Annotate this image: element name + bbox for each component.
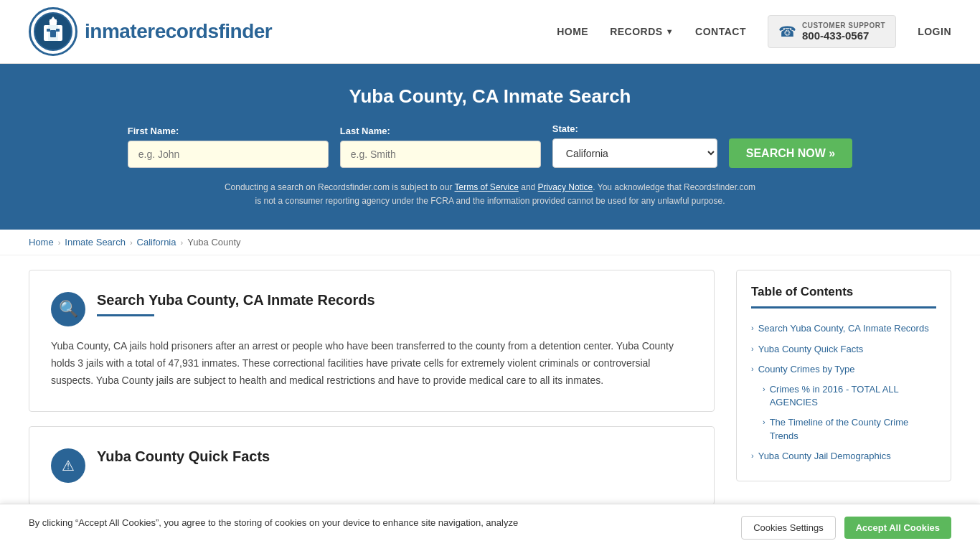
toc-link[interactable]: Crimes % in 2016 - TOTAL ALL AGENCIES — [770, 383, 936, 409]
search-button[interactable]: SEARCH NOW » — [729, 138, 852, 168]
card-title-area-1: Search Yuba County, CA Inmate Records — [97, 292, 692, 316]
last-name-label: Last Name: — [340, 126, 390, 136]
cookie-settings-button[interactable]: Cookies Settings — [741, 516, 836, 519]
cookie-text: By clicking “Accept All Cookies”, you ag… — [29, 516, 727, 519]
quick-facts-header: ⚠ Yuba County Quick Facts — [51, 448, 692, 483]
customer-support-box: ☎ CUSTOMER SUPPORT 800-433-0567 — [768, 15, 896, 48]
chevron-right-icon: › — [763, 418, 765, 426]
support-text: CUSTOMER SUPPORT 800-433-0567 — [802, 22, 885, 42]
chevron-right-icon: › — [751, 451, 754, 460]
content-area: 🔍 Search Yuba County, CA Inmate Records … — [29, 270, 736, 504]
svg-rect-7 — [47, 29, 50, 32]
hero-disclaimer: Conducting a search on Recordsfinder.com… — [221, 181, 759, 208]
nav-contact[interactable]: CONTACT — [695, 26, 746, 37]
svg-rect-6 — [50, 30, 56, 37]
state-label: State: — [552, 123, 578, 134]
logo-icon — [29, 7, 77, 56]
nav-home[interactable]: HOME — [557, 26, 588, 37]
breadcrumb-sep-2: › — [130, 238, 133, 247]
nav-records-label: RECORDS — [610, 26, 663, 37]
toc-item: ›Search Yuba County, CA Inmate Records — [751, 319, 936, 339]
tos-link[interactable]: Terms of Service — [455, 182, 519, 192]
first-name-input[interactable] — [128, 141, 329, 168]
sidebar: Table of Contents ›Search Yuba County, C… — [736, 270, 951, 504]
main-content: 🔍 Search Yuba County, CA Inmate Records … — [0, 255, 980, 519]
hero-title: Yuba County, CA Inmate Search — [29, 85, 951, 108]
breadcrumb-sep-1: › — [58, 238, 61, 247]
breadcrumb-yuba-county: Yuba County — [187, 237, 240, 248]
toc-link[interactable]: County Crimes by Type — [758, 363, 855, 376]
logo-plain: inmaterecords — [85, 20, 218, 42]
first-name-group: First Name: — [128, 126, 329, 168]
toc-item: ›Yuba County Quick Facts — [751, 339, 936, 359]
toc-item: ›Crimes % in 2016 - TOTAL ALL AGENCIES — [751, 380, 936, 413]
toc-link[interactable]: Yuba County Jail Demographics — [758, 450, 891, 463]
alert-icon: ⚠ — [51, 448, 85, 483]
qf-title: Yuba County Quick Facts — [97, 448, 270, 465]
chevron-right-icon: › — [763, 385, 765, 393]
toc-title: Table of Contents — [751, 285, 936, 299]
toc-link[interactable]: Search Yuba County, CA Inmate Records — [758, 322, 929, 335]
toc-card: Table of Contents ›Search Yuba County, C… — [736, 270, 951, 481]
main-nav: HOME RECORDS ▼ CONTACT ☎ CUSTOMER SUPPOR… — [557, 15, 951, 48]
cookie-banner: By clicking “Accept All Cookies”, you ag… — [0, 504, 980, 519]
card-title-underline-1 — [97, 314, 154, 316]
cookie-buttons: Cookies Settings Accept All Cookies — [741, 516, 951, 519]
site-header: inmaterecordsfinder HOME RECORDS ▼ CONTA… — [0, 0, 980, 64]
toc-divider — [751, 306, 936, 309]
breadcrumb-inmate-search[interactable]: Inmate Search — [65, 237, 126, 248]
breadcrumb-sep-3: › — [181, 238, 184, 247]
chevron-right-icon: › — [751, 344, 754, 353]
state-group: State: AlabamaAlaskaArizonaArkansasCalif… — [552, 123, 717, 168]
search-icon: 🔍 — [51, 292, 85, 326]
inmate-records-card: 🔍 Search Yuba County, CA Inmate Records … — [29, 270, 715, 411]
toc-item: ›County Crimes by Type — [751, 359, 936, 380]
svg-rect-9 — [42, 41, 64, 44]
breadcrumb-home[interactable]: Home — [29, 237, 54, 248]
breadcrumb-california[interactable]: California — [137, 237, 176, 248]
search-form: First Name: Last Name: State: AlabamaAla… — [29, 123, 951, 168]
quick-facts-card: ⚠ Yuba County Quick Facts — [29, 426, 715, 505]
qf-title-area: Yuba County Quick Facts — [97, 448, 270, 465]
hero-section: Yuba County, CA Inmate Search First Name… — [0, 64, 980, 230]
privacy-link[interactable]: Privacy Notice — [538, 182, 593, 192]
toc-link[interactable]: Yuba County Quick Facts — [758, 343, 864, 356]
last-name-group: Last Name: — [340, 126, 541, 168]
logo-area: inmaterecordsfinder — [29, 7, 272, 56]
card-body-1: Yuba County, CA jails hold prisoners aft… — [51, 338, 692, 389]
cookie-accept-button[interactable]: Accept All Cookies — [844, 517, 951, 519]
toc-list: ›Search Yuba County, CA Inmate Records›Y… — [751, 319, 936, 466]
nav-login[interactable]: LOGIN — [918, 26, 951, 37]
toc-link[interactable]: The Timeline of the County Crime Trends — [770, 416, 936, 442]
chevron-right-icon: › — [751, 364, 754, 373]
svg-rect-8 — [56, 29, 60, 32]
support-number: 800-433-0567 — [802, 29, 885, 42]
logo-bold: finder — [218, 20, 272, 42]
breadcrumb: Home › Inmate Search › California › Yuba… — [0, 230, 980, 255]
last-name-input[interactable] — [340, 141, 541, 168]
chevron-right-icon: › — [751, 324, 754, 332]
phone-icon: ☎ — [778, 23, 796, 40]
first-name-label: First Name: — [128, 126, 179, 136]
support-label: CUSTOMER SUPPORT — [802, 22, 885, 29]
logo-text: inmaterecordsfinder — [85, 20, 272, 43]
nav-records[interactable]: RECORDS ▼ — [610, 26, 674, 37]
card-title-1: Search Yuba County, CA Inmate Records — [97, 292, 692, 309]
chevron-down-icon: ▼ — [666, 27, 674, 36]
toc-item: ›The Timeline of the County Crime Trends — [751, 413, 936, 446]
card-header-1: 🔍 Search Yuba County, CA Inmate Records — [51, 292, 692, 326]
toc-item: ›Yuba County Jail Demographics — [751, 446, 936, 466]
state-select[interactable]: AlabamaAlaskaArizonaArkansasCaliforniaCo… — [552, 138, 717, 168]
